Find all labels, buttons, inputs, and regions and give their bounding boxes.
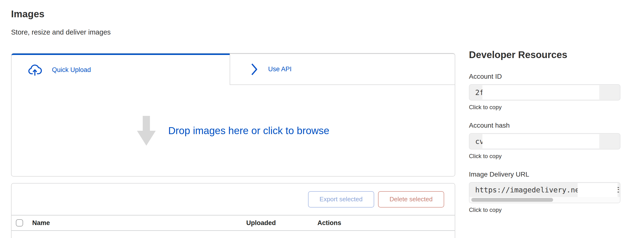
image-delivery-url-copy-box[interactable]: https://imagedelivery.net/cv0JS 3 (469, 182, 620, 203)
account-hash-label: Account hash (469, 122, 620, 129)
account-id-field: Account ID 2f3d Click to copy (469, 73, 620, 111)
column-header-name: Name (32, 219, 246, 227)
account-id-copy-box[interactable]: 2f3d (469, 84, 620, 101)
horizontal-scrollbar-track (470, 197, 620, 203)
select-all-checkbox[interactable] (16, 219, 23, 227)
down-arrow-icon (137, 116, 156, 146)
tab-row: Quick Upload Use API (12, 53, 455, 85)
image-list-card: Export selected Delete selected Name Upl… (11, 183, 455, 238)
main-column: Images Store, resize and deliver images … (11, 0, 455, 238)
tab-quick-upload[interactable]: Quick Upload (12, 53, 230, 85)
column-header-actions: Actions (318, 219, 341, 227)
dropzone[interactable]: Drop images here or click to browse (12, 85, 455, 177)
dropzone-label: Drop images here or click to browse (168, 125, 330, 136)
image-delivery-url-label: Image Delivery URL (469, 171, 620, 178)
developer-resources-title: Developer Resources (469, 49, 620, 60)
tab-use-api[interactable]: Use API (230, 53, 455, 85)
image-delivery-url-field: Image Delivery URL https://imagedelivery… (469, 171, 620, 213)
images-page: Images Store, resize and deliver images … (0, 0, 644, 238)
redaction-overlay (578, 183, 618, 197)
horizontal-scrollbar-thumb[interactable] (471, 198, 553, 202)
page-subtitle: Store, resize and deliver images (11, 28, 455, 36)
bulk-actions-row: Export selected Delete selected (12, 184, 455, 215)
table-header-row: Name Uploaded Actions (12, 215, 455, 231)
account-id-label: Account ID (469, 73, 620, 80)
tab-use-api-label: Use API (268, 66, 292, 73)
developer-resources-panel: Developer Resources Account ID 2f3d Clic… (469, 0, 620, 238)
account-hash-copy-hint: Click to copy (469, 153, 620, 160)
account-id-copy-hint: Click to copy (469, 104, 620, 111)
redaction-overlay (482, 134, 599, 148)
upload-card: Quick Upload Use API Drop images here or… (11, 53, 455, 177)
column-header-uploaded: Uploaded (246, 219, 318, 227)
export-selected-button[interactable]: Export selected (308, 191, 374, 208)
account-hash-copy-box[interactable]: cv0J (469, 133, 620, 149)
image-delivery-url-copy-hint: Click to copy (469, 207, 620, 213)
delete-selected-button[interactable]: Delete selected (378, 191, 444, 208)
chevron-right-icon (250, 63, 258, 76)
redaction-overlay (482, 85, 599, 100)
tab-quick-upload-label: Quick Upload (52, 66, 91, 74)
cloud-upload-icon (28, 64, 42, 76)
page-title: Images (11, 9, 455, 19)
account-hash-field: Account hash cv0J Click to copy (469, 122, 620, 160)
